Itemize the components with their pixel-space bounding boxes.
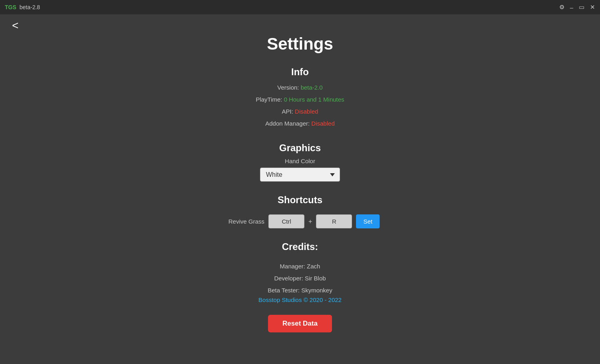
- api-value: Disabled: [295, 108, 318, 115]
- revive-grass-row: Revive Grass + Set: [220, 214, 380, 228]
- modifier-key-input[interactable]: [268, 214, 304, 228]
- set-button[interactable]: Set: [356, 214, 380, 228]
- playtime-row: PlayTime: 0 Hours and 1 Minutes: [256, 94, 344, 106]
- shortcuts-section-header: Shortcuts: [278, 194, 322, 206]
- playtime-label: PlayTime:: [256, 96, 282, 103]
- key-input[interactable]: [316, 214, 352, 228]
- info-section-header: Info: [291, 66, 309, 78]
- minimize-icon[interactable]: –: [570, 4, 573, 11]
- titlebar: TGS beta-2.8 ⚙ – ▭ ✕: [0, 0, 600, 14]
- version-row: Version: beta-2.0: [256, 82, 344, 94]
- addon-manager-value: Disabled: [311, 120, 334, 127]
- graphics-section-header: Graphics: [279, 142, 321, 154]
- titlebar-left: TGS beta-2.8: [5, 4, 40, 10]
- manager-row: Manager: Zach: [258, 260, 342, 272]
- api-row: API: Disabled: [256, 106, 344, 118]
- api-label: API:: [282, 108, 293, 115]
- info-section: Version: beta-2.0 PlayTime: 0 Hours and …: [256, 82, 344, 130]
- hand-color-dropdown-wrapper: White Black Red Blue Green: [260, 168, 340, 182]
- plus-label: +: [308, 218, 312, 225]
- version-label: Version:: [277, 84, 299, 91]
- maximize-icon[interactable]: ▭: [579, 4, 584, 11]
- developer-row: Developer: Sir Blob: [258, 272, 342, 284]
- hand-color-select[interactable]: White Black Red Blue Green: [260, 168, 340, 182]
- hand-color-label: Hand Color: [260, 158, 340, 164]
- reset-data-button[interactable]: Reset Data: [268, 315, 332, 332]
- studio-link[interactable]: Bosstop Studios © 2020 - 2022: [258, 296, 342, 303]
- graphics-section: Hand Color White Black Red Blue Green: [260, 158, 340, 182]
- close-icon[interactable]: ✕: [590, 4, 595, 11]
- titlebar-controls: ⚙ – ▭ ✕: [559, 4, 595, 11]
- credits-section-header: Credits:: [282, 241, 318, 252]
- main-content: Settings Info Version: beta-2.0 PlayTime…: [0, 14, 600, 364]
- page-title: Settings: [267, 34, 333, 54]
- addon-manager-row: Addon Manager: Disabled: [256, 118, 344, 130]
- revive-grass-label: Revive Grass: [220, 218, 264, 225]
- titlebar-version-label: beta-2.8: [20, 4, 40, 10]
- shortcuts-section: Revive Grass + Set: [220, 210, 380, 228]
- version-value: beta-2.0: [301, 84, 323, 91]
- beta-tester-row: Beta Tester: Skymonkey: [258, 284, 342, 296]
- gear-icon[interactable]: ⚙: [559, 4, 564, 11]
- addon-manager-label: Addon Manager:: [265, 120, 310, 127]
- playtime-value: 0 Hours and 1 Minutes: [284, 96, 344, 103]
- credits-section: Manager: Zach Developer: Sir Blob Beta T…: [258, 260, 342, 304]
- titlebar-tgs-label: TGS: [5, 4, 16, 10]
